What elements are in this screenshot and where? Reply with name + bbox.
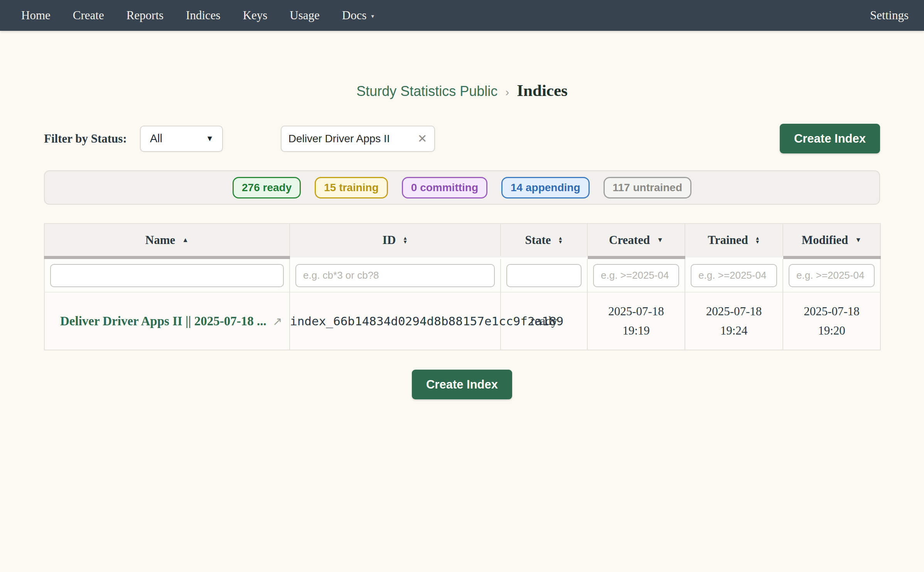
name-search-input[interactable] bbox=[283, 133, 418, 145]
table-header-row: Name ▲ ID ▲ ▼ State bbox=[44, 224, 880, 257]
breadcrumb-parent-link[interactable]: Sturdy Statistics Public bbox=[356, 83, 497, 99]
index-name-link[interactable]: Deliver Driver Apps II || 2025-07-18 ... bbox=[60, 314, 266, 328]
status-filter-label: Filter by Status: bbox=[44, 132, 127, 146]
trained-timestamp: 2025-07-18 19:24 bbox=[700, 302, 768, 340]
column-header-modified[interactable]: Modified ▼ bbox=[783, 224, 880, 257]
sort-toggle-icon: ▲ ▼ bbox=[755, 236, 760, 244]
nav-item-keys[interactable]: Keys bbox=[243, 8, 268, 22]
sort-asc-icon: ▲ bbox=[182, 236, 189, 244]
external-link-icon[interactable]: ↗ bbox=[273, 315, 282, 328]
column-header-trained-label: Trained bbox=[708, 233, 748, 247]
filter-cell-modified bbox=[783, 257, 880, 292]
nav-item-indices[interactable]: Indices bbox=[186, 8, 221, 22]
filter-cell-state bbox=[501, 257, 587, 292]
column-header-state-label: State bbox=[525, 233, 551, 247]
status-badge-appending[interactable]: 14 appending bbox=[501, 177, 589, 199]
breadcrumb-separator-icon: › bbox=[505, 86, 509, 99]
status-badge-committing[interactable]: 0 committing bbox=[402, 177, 487, 199]
table-filter-row bbox=[44, 257, 880, 292]
page-title: Indices bbox=[517, 81, 567, 100]
created-column-filter-input[interactable] bbox=[593, 264, 679, 287]
status-filter-selected-value: All bbox=[150, 132, 162, 145]
create-index-button-top[interactable]: Create Index bbox=[780, 124, 880, 153]
modified-timestamp: 2025-07-18 19:20 bbox=[798, 302, 865, 340]
status-badge-training[interactable]: 15 training bbox=[315, 177, 388, 199]
column-header-created[interactable]: Created ▼ bbox=[587, 224, 685, 257]
footer-action-area: Create Index bbox=[44, 370, 880, 565]
column-header-id[interactable]: ID ▲ ▼ bbox=[290, 224, 501, 257]
row-cell-modified: 2025-07-18 19:20 bbox=[783, 292, 880, 350]
table-row: Deliver Driver Apps II || 2025-07-18 ...… bbox=[44, 292, 880, 350]
column-header-created-label: Created bbox=[609, 233, 650, 247]
clear-search-icon[interactable]: ✕ bbox=[418, 132, 427, 145]
status-badge-ready[interactable]: 276 ready bbox=[233, 177, 301, 199]
created-timestamp: 2025-07-18 19:19 bbox=[602, 302, 670, 340]
name-search-box: ✕ bbox=[281, 126, 435, 152]
row-cell-name: Deliver Driver Apps II || 2025-07-18 ...… bbox=[44, 292, 290, 350]
nav-item-settings[interactable]: Settings bbox=[870, 8, 909, 22]
column-header-state[interactable]: State ▲ ▼ bbox=[501, 224, 587, 257]
sort-toggle-down: ▼ bbox=[558, 240, 563, 244]
modified-column-filter-input[interactable] bbox=[789, 264, 875, 287]
sort-desc-icon: ▼ bbox=[657, 236, 663, 244]
nav-item-create[interactable]: Create bbox=[73, 8, 104, 22]
create-index-button-bottom[interactable]: Create Index bbox=[412, 370, 512, 399]
status-badge-untrained[interactable]: 117 untrained bbox=[604, 177, 692, 199]
column-header-name[interactable]: Name ▲ bbox=[44, 224, 290, 257]
filter-cell-created bbox=[587, 257, 685, 292]
filter-cell-name bbox=[44, 257, 290, 292]
column-header-id-label: ID bbox=[383, 233, 396, 247]
sort-toggle-icon: ▲ ▼ bbox=[403, 236, 408, 244]
select-caret-icon: ▼ bbox=[206, 134, 214, 143]
nav-item-reports[interactable]: Reports bbox=[126, 8, 164, 22]
nav-item-usage[interactable]: Usage bbox=[290, 8, 319, 22]
status-summary-panel: 276 ready 15 training 0 committing 14 ap… bbox=[44, 170, 880, 205]
id-column-filter-input[interactable] bbox=[295, 264, 495, 287]
indices-table: Name ▲ ID ▲ ▼ State bbox=[44, 223, 881, 350]
row-cell-trained: 2025-07-18 19:24 bbox=[685, 292, 783, 350]
nav-item-docs[interactable]: Docs ▾ bbox=[342, 8, 374, 22]
filter-cell-id bbox=[290, 257, 501, 292]
chevron-down-icon: ▾ bbox=[371, 13, 374, 20]
trained-column-filter-input[interactable] bbox=[691, 264, 777, 287]
sort-toggle-down: ▼ bbox=[403, 240, 408, 244]
sort-desc-icon: ▼ bbox=[855, 236, 862, 244]
nav-item-docs-label: Docs bbox=[342, 8, 367, 22]
sort-toggle-icon: ▲ ▼ bbox=[558, 236, 563, 244]
nav-item-home[interactable]: Home bbox=[21, 8, 51, 22]
filter-cell-trained bbox=[685, 257, 783, 292]
column-header-modified-label: Modified bbox=[802, 233, 848, 247]
status-filter-select[interactable]: All ▼ bbox=[140, 126, 223, 152]
top-nav: Home Create Reports Indices Keys Usage D… bbox=[0, 0, 924, 31]
state-column-filter-input[interactable] bbox=[506, 264, 582, 287]
sort-toggle-down: ▼ bbox=[755, 240, 760, 244]
row-cell-created: 2025-07-18 19:19 bbox=[587, 292, 685, 350]
main-content: Filter by Status: All ▼ ✕ Create Index 2… bbox=[44, 124, 880, 565]
column-header-trained[interactable]: Trained ▲ ▼ bbox=[685, 224, 783, 257]
row-cell-id: index_66b14834d0294d8b88157e1cc9f2a189 bbox=[290, 292, 501, 350]
column-header-name-label: Name bbox=[145, 233, 175, 247]
breadcrumb: Sturdy Statistics Public › Indices bbox=[0, 81, 924, 100]
toolbar: Filter by Status: All ▼ ✕ Create Index bbox=[44, 124, 880, 153]
name-column-filter-input[interactable] bbox=[50, 264, 284, 287]
